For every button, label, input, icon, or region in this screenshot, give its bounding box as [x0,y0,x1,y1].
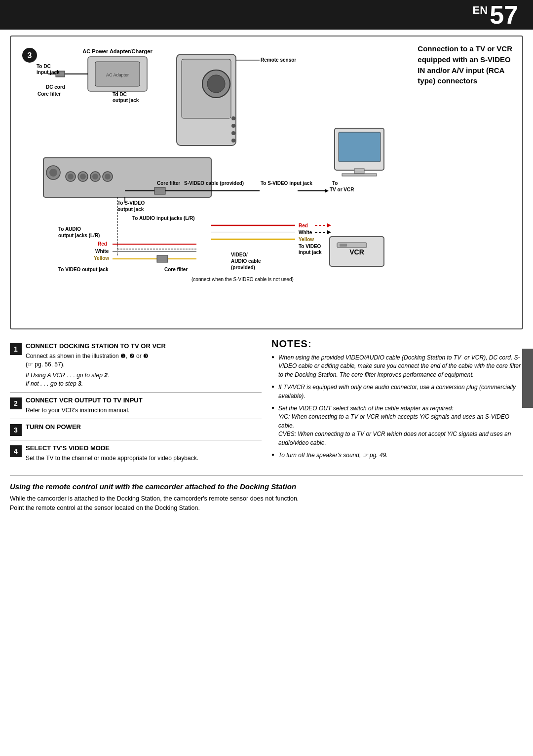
diagram-svg: 3 AC Power Adapter/Charger AC Adapter DC… [19,44,389,318]
svg-text:input jack: input jack [37,70,60,75]
notes-header: NOTES: [271,338,523,350]
svg-point-19 [231,116,235,120]
step-1-block: 1 CONNECT DOCKING STATION TO TV OR VCR C… [10,338,262,393]
svg-rect-83 [342,174,377,176]
svg-text:White: White [299,230,312,235]
svg-point-29 [68,174,74,180]
svg-rect-39 [154,187,165,194]
svg-rect-87 [340,244,347,247]
right-tab [522,349,533,408]
step-4-content: SELECT TV'S VIDEO MODE Set the TV to the… [26,444,262,463]
svg-text:output jacks (L/R): output jacks (L/R) [58,233,100,238]
svg-text:To S-VIDEO: To S-VIDEO [117,200,145,206]
svg-text:To S-VIDEO input jack: To S-VIDEO input jack [261,180,312,186]
bottom-title: Using the remote control unit with the c… [10,482,523,491]
svg-text:Red: Red [98,241,107,247]
page-number: 57 [490,2,518,28]
svg-text:Red: Red [299,223,308,228]
svg-text:VIDEO/: VIDEO/ [231,252,248,257]
step-4-block: 4 SELECT TV'S VIDEO MODE Set the TV to t… [10,440,262,467]
bottom-body: While the camcorder is attached to the D… [10,494,523,513]
svg-text:To: To [332,180,338,186]
svg-text:Remote sensor: Remote sensor [261,57,296,63]
svg-text:Core filter: Core filter [157,180,180,186]
step-4-body: Set the TV to the channel or mode approp… [26,454,262,463]
svg-text:3: 3 [28,51,32,60]
svg-point-22 [231,139,235,143]
step-1-content: CONNECT DOCKING STATION TO TV OR VCR Con… [26,342,262,388]
svg-text:S-VIDEO cable (provided): S-VIDEO cable (provided) [184,180,244,186]
svg-marker-58 [327,230,331,234]
step-1-sub: If Using A VCR . . . go to step 2. If no… [26,371,262,388]
svg-point-21 [231,131,235,135]
note-1-text: When using the provided VIDEO/AUDIO cabl… [278,354,521,378]
notes-column: NOTES: When using the provided VIDEO/AUD… [271,338,523,466]
diagram-svg-container: 3 AC Power Adapter/Charger AC Adapter DC… [19,44,514,321]
svg-text:Core filter: Core filter [164,267,188,272]
note-2-text: If TV/VCR is equipped with only one audi… [278,384,516,399]
step-3-block: 3 TURN ON POWER [10,419,262,440]
svg-text:AUDIO cable: AUDIO cable [231,258,261,264]
svg-point-33 [92,174,98,180]
en-label: EN [473,0,488,17]
svg-text:To VIDEO: To VIDEO [299,244,321,249]
svg-text:AC Adapter: AC Adapter [106,72,129,77]
step-3-badge: 3 [10,424,22,436]
bottom-section: Using the remote control unit with the c… [10,475,523,513]
steps-notes-row: 1 CONNECT DOCKING STATION TO TV OR VCR C… [10,338,523,466]
step-2-badge: 2 [10,397,22,409]
svg-text:input jack: input jack [299,250,322,255]
step-4-badge: 4 [10,445,22,457]
note-1: When using the provided VIDEO/AUDIO cabl… [271,354,523,379]
notes-list: When using the provided VIDEO/AUDIO cabl… [271,354,523,460]
step-2-block: 2 CONNECT VCR OUTPUT TO TV INPUT Refer t… [10,393,262,419]
svg-rect-76 [157,255,168,262]
svg-text:output jack: output jack [117,207,144,212]
svg-rect-82 [354,169,364,174]
svg-text:VCR: VCR [349,248,364,256]
svg-text:TV or VCR: TV or VCR [330,187,354,192]
svg-marker-57 [327,223,331,227]
svg-text:To DC: To DC [37,64,51,69]
note-3-text: Set the VIDEO OUT select switch of the c… [278,405,511,446]
svg-text:White: White [95,249,109,254]
note-4: To turn off the speaker's sound, ☞ pg. 4… [271,451,523,460]
svg-text:(provided): (provided) [231,265,255,270]
step-1-title: CONNECT DOCKING STATION TO TV OR VCR [26,342,262,351]
step-1-badge: 1 [10,343,22,355]
step-3-title: TURN ON POWER [26,423,262,432]
svg-rect-81 [339,132,381,162]
svg-text:To AUDIO: To AUDIO [58,226,81,232]
svg-text:(connect when the S-VIDEO cabl: (connect when the S-VIDEO cable is not u… [191,277,294,282]
step-1-body: Connect as shown in the illustration ❶, … [26,352,262,369]
main-content: Connection to a TV or VCRequipped with a… [0,30,533,523]
step-2-body: Refer to your VCR's instruction manual. [26,406,262,415]
svg-text:DC cord: DC cord [46,84,65,90]
steps-column: 1 CONNECT DOCKING STATION TO TV OR VCR C… [10,338,262,466]
svg-point-27 [49,169,57,177]
step-4-title: SELECT TV'S VIDEO MODE [26,444,262,453]
note-4-text: To turn off the speaker's sound, ☞ pg. 4… [278,452,388,459]
svg-text:Yellow: Yellow [299,237,314,242]
svg-point-35 [105,174,111,180]
step-2-title: CONNECT VCR OUTPUT TO TV INPUT [26,396,262,405]
header-bar: EN 57 [0,0,533,30]
svg-text:output jack: output jack [113,98,139,103]
svg-text:Yellow: Yellow [94,255,109,261]
svg-point-31 [80,174,86,180]
note-2: If TV/VCR is equipped with only one audi… [271,383,523,400]
note-3: Set the VIDEO OUT select switch of the c… [271,404,523,447]
svg-text:Core filter: Core filter [38,91,61,97]
svg-marker-47 [325,189,329,193]
svg-text:To DC: To DC [113,92,127,97]
svg-point-20 [231,124,235,128]
step-2-content: CONNECT VCR OUTPUT TO TV INPUT Refer to … [26,396,262,415]
svg-text:To VIDEO output jack: To VIDEO output jack [58,267,109,272]
diagram-box: Connection to a TV or VCRequipped with a… [10,36,523,329]
svg-text:AC Power Adapter/Charger: AC Power Adapter/Charger [82,48,152,54]
svg-text:To AUDIO input jacks (L/R): To AUDIO input jacks (L/R) [132,216,195,221]
svg-point-18 [207,75,225,93]
step-3-content: TURN ON POWER [26,423,262,433]
